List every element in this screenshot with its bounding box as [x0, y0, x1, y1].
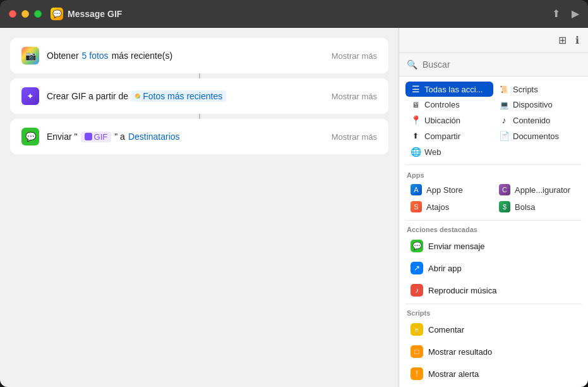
category-controles[interactable]: 🖥 Controles [405, 97, 493, 112]
action-text-before-3: Enviar " [47, 132, 78, 142]
app-appstore-label: App Store [426, 185, 463, 195]
fullscreen-button[interactable] [34, 10, 42, 18]
category-ubicacion-label: Ubicación [424, 116, 460, 125]
action-mostrar-alerta[interactable]: ! Mostrar alerta [403, 363, 584, 384]
divider-apps [405, 164, 582, 165]
share-button[interactable]: ⬆ [552, 8, 560, 20]
mostrar-alerta-icon: ! [411, 367, 423, 380]
action-reproducir-musica[interactable]: ♪ Reproducir música [403, 280, 584, 301]
controles-icon: 🖥 [411, 101, 421, 109]
featured-section-label: Acciones destacadas [399, 223, 485, 235]
app-configurator-label: Apple...igurator [515, 185, 570, 195]
gif-pill[interactable]: GIF [81, 132, 112, 142]
action-text-3: Enviar " GIF " a Destinatarios [47, 132, 332, 142]
category-todas[interactable]: ☰ Todas las acci... [405, 82, 493, 97]
action-text-before-1: Obtener [47, 51, 79, 61]
app-atajos[interactable]: S Atajos [405, 199, 493, 215]
connector-1 [199, 73, 200, 78]
compartir-icon: ⬆ [411, 132, 421, 140]
action-card-1: 📷 Obtener 5 fotos más reciente(s) Mostra… [10, 38, 388, 73]
connector-2 [199, 114, 200, 119]
reproducir-musica-icon: ♪ [411, 284, 423, 297]
action-text-after-1: más reciente(s) [112, 51, 172, 61]
category-scripts[interactable]: 📜 Scripts [494, 82, 582, 97]
messages-icon: 💬 [21, 128, 39, 145]
category-web-label: Web [424, 147, 441, 157]
app-configurator[interactable]: C Apple...igurator [494, 181, 582, 198]
action-highlight-1[interactable]: 5 fotos [82, 51, 109, 61]
enviar-mensaje-label: Enviar mensaje [428, 242, 485, 251]
app-appstore[interactable]: A App Store [405, 181, 493, 198]
actions-section: Acciones destacadas 💬 Enviar mensaje ↗ A… [399, 223, 588, 387]
action-abrir-app[interactable]: ↗ Abrir app [403, 257, 584, 279]
contenido-icon: ♪ [499, 115, 509, 125]
category-web[interactable]: 🌐 Web [405, 144, 493, 159]
action-comentar[interactable]: ≡ Comentar [403, 319, 584, 340]
enviar-mensaje-icon: 💬 [411, 240, 423, 252]
mostrar-resultado-label: Mostrar resultado [428, 347, 492, 357]
category-ubicacion[interactable]: 📍 Ubicación [405, 113, 493, 128]
titlebar: 💬 Message GIF ⬆ ▶ [0, 0, 588, 28]
mostrar-alerta-label: Mostrar alerta [428, 369, 479, 379]
atajos-icon: S [411, 201, 422, 212]
category-documentos-label: Documentos [513, 132, 559, 141]
action-mostrar-resultado[interactable]: □ Mostrar resultado [403, 341, 584, 362]
action-card-3: 💬 Enviar " GIF " a Destinatarios Mostrar… [10, 119, 388, 154]
action-pill-2[interactable]: Fotos más recientes [131, 90, 226, 102]
category-compartir[interactable]: ⬆ Compartir [405, 128, 493, 144]
mostrar-mas-2[interactable]: Mostrar más [332, 92, 377, 101]
category-contenido-label: Contenido [513, 116, 550, 125]
action-text-2: Crear GIF a partir de Fotos más reciente… [47, 90, 332, 102]
abrir-app-label: Abrir app [428, 264, 462, 273]
add-action-icon[interactable]: ⊞ [558, 34, 567, 46]
mostrar-resultado-icon: □ [411, 345, 423, 358]
main-window: 💬 Message GIF ⬆ ▶ 📷 Obtener 5 fotos más … [0, 0, 588, 387]
info-icon[interactable]: ℹ [575, 34, 579, 46]
action-text-1: Obtener 5 fotos más reciente(s) [47, 51, 332, 61]
action-highlight-3[interactable]: Destinatarios [128, 132, 180, 142]
pill-dot-icon [135, 94, 140, 99]
apps-grid: A App Store C Apple...igurator S Atajos … [399, 180, 588, 218]
search-bar: 🔍 [399, 53, 588, 77]
right-panel: ⊞ ℹ 🔍 ☰ Todas las acci... 📜 Scripts [399, 28, 588, 387]
categories-grid: ☰ Todas las acci... 📜 Scripts 🖥 Controle… [399, 77, 588, 162]
app-icon: 💬 [51, 8, 63, 20]
action-text-before-2: Crear GIF a partir de [47, 91, 128, 101]
app-bolsa[interactable]: $ Bolsa [494, 199, 582, 215]
category-todas-label: Todas las acci... [424, 85, 483, 94]
category-scripts-label: Scripts [513, 85, 538, 94]
window-title: Message GIF [68, 9, 122, 19]
titlebar-actions: ⬆ ▶ [552, 8, 579, 20]
action-card-2: ✦ Crear GIF a partir de Fotos más recien… [10, 78, 388, 114]
appstore-icon: A [411, 184, 422, 195]
photos-icon: 📷 [21, 47, 39, 64]
mostrar-mas-3[interactable]: Mostrar más [332, 132, 377, 142]
reproducir-musica-label: Reproducir música [428, 286, 496, 295]
ubicacion-icon: 📍 [411, 115, 421, 125]
right-header: ⊞ ℹ [399, 28, 588, 53]
divider-featured [405, 220, 582, 221]
category-documentos[interactable]: 📄 Documentos [494, 128, 582, 144]
divider-scripts [405, 304, 582, 304]
titlebar-center: 💬 Message GIF [51, 8, 122, 20]
mostrar-mas-1[interactable]: Mostrar más [332, 51, 377, 61]
action-enviar-mensaje[interactable]: 💬 Enviar mensaje [403, 235, 584, 257]
play-button[interactable]: ▶ [572, 8, 579, 20]
category-contenido[interactable]: ♪ Contenido [494, 113, 582, 128]
action-text-middle-3: " a [114, 132, 125, 142]
pill-label-2: Fotos más recientes [143, 91, 222, 101]
app-atajos-label: Atajos [426, 202, 449, 212]
search-input[interactable] [423, 59, 580, 70]
web-icon: 🌐 [411, 147, 421, 157]
minimize-button[interactable] [21, 10, 29, 18]
category-dispositivo[interactable]: 💻 Dispositivo [494, 97, 582, 112]
comentar-icon: ≡ [411, 323, 423, 336]
app-bolsa-label: Bolsa [515, 202, 536, 212]
shortcuts-icon: ✦ [21, 87, 39, 105]
abrir-app-icon: ↗ [411, 262, 423, 274]
search-icon: 🔍 [407, 59, 417, 70]
category-compartir-label: Compartir [424, 132, 460, 141]
traffic-lights [9, 10, 42, 18]
close-button[interactable] [9, 10, 16, 18]
documentos-icon: 📄 [499, 131, 509, 141]
